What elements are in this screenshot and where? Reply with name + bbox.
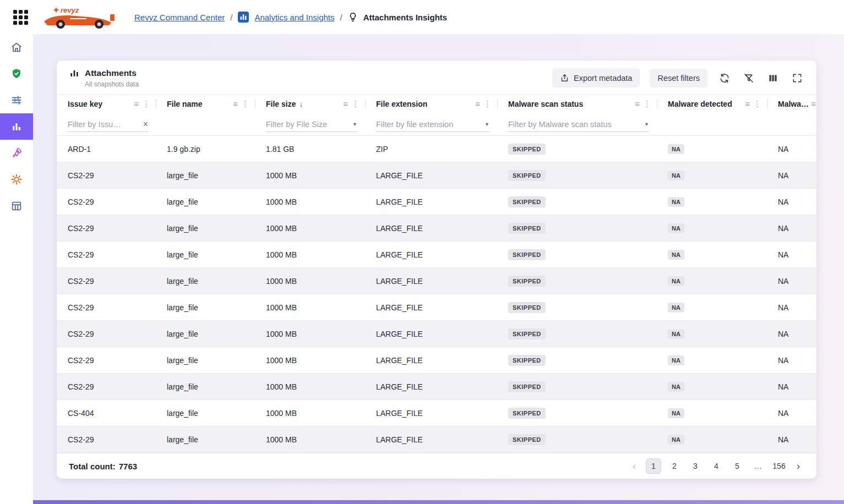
column-filter-lines-icon[interactable]: ≡ [475,99,480,108]
refresh-button[interactable] [717,71,732,85]
filter-input-file-size[interactable]: Filter by File Size▼ [266,119,357,132]
malware-detected-chip: NA [668,250,684,260]
column-header-file-size[interactable]: File size↓≡⋮ [255,95,365,113]
table-row[interactable]: CS2-29large_file1000 MBLARGE_FILESKIPPED… [57,294,816,321]
table-row[interactable]: CS2-29large_file1000 MBLARGE_FILESKIPPED… [57,374,816,400]
column-filter-lines-icon[interactable]: ≡ [134,99,139,108]
column-visibility-button[interactable] [766,71,780,85]
column-header-malware-scan-status[interactable]: Malware scan status≡⋮ [497,95,657,113]
scan-status-badge: SKIPPED [508,302,546,313]
column-label: Malware type [778,100,811,108]
cell-malware-detected: NA [657,268,767,294]
malware-detected-chip: NA [668,303,684,313]
filter-input-issue-key[interactable]: Filter by Issu…× [68,119,148,132]
cell-malware-detected: NA [657,321,767,347]
column-header-issue-key[interactable]: Issue key≡⋮ [57,95,156,113]
breadcrumb-analytics-insights[interactable]: Analytics and Insights [254,13,334,22]
column-header-file-extension[interactable]: File extension≡⋮ [365,95,497,113]
export-metadata-button[interactable]: Export metadata [552,68,640,87]
cell-issue-key: ARD-1 [57,136,156,162]
cell-issue-key: CS2-29 [57,215,156,241]
column-filter-lines-icon[interactable]: ≡ [635,99,640,108]
table-row[interactable]: CS2-29large_file1000 MBLARGE_FILESKIPPED… [57,426,816,453]
column-label: Issue key [68,100,102,108]
cell-malware-type: NA [767,136,816,162]
column-menu-dots-icon[interactable]: ⋮ [753,99,761,109]
filter-cell-file-size[interactable]: Filter by File Size▼ [255,113,365,135]
filter-input-file-extension[interactable]: Filter by file extension▼ [376,119,489,132]
filter-cell-issue-key[interactable]: Filter by Issu…× [57,113,156,135]
page-button-156[interactable]: 156 [771,458,787,474]
cell-malware-scan-status: SKIPPED [497,268,657,294]
table-header-row: Issue key≡⋮File name≡⋮File size↓≡⋮File e… [57,94,816,113]
cell-file-size: 1000 MB [255,268,365,294]
malware-detected-chip: NA [668,355,684,365]
sidebar-item-home[interactable] [0,34,33,61]
app-grid-button[interactable] [9,6,32,29]
column-filter-lines-icon[interactable]: ≡ [811,99,816,108]
table-row[interactable]: CS2-29large_file1000 MBLARGE_FILESKIPPED… [57,242,816,268]
table-row[interactable]: ARD-11.9 gb.zip1.81 GBZIPSKIPPEDNANA [57,136,816,162]
sidebar-item-analytics[interactable] [0,113,33,140]
sort-desc-icon[interactable]: ↓ [299,100,303,108]
column-header-file-name[interactable]: File name≡⋮ [156,95,255,113]
page-button-3[interactable]: 3 [688,458,703,474]
page-button-5[interactable]: 5 [729,458,745,474]
cell-file-name: large_file [156,321,255,347]
sidebar-item-security[interactable] [0,61,33,87]
column-filter-lines-icon[interactable]: ≡ [233,99,238,108]
table-row[interactable]: CS2-29large_file1000 MBLARGE_FILESKIPPED… [57,189,816,215]
sidebar-item-settings[interactable] [0,166,33,193]
sidebar-item-launch[interactable] [0,140,33,166]
clear-filter-toggle-button[interactable] [742,71,756,85]
page-button-1[interactable]: 1 [646,458,661,474]
breadcrumb-command-center[interactable]: Revyz Command Center [134,13,225,22]
table-row[interactable]: CS2-29large_file1000 MBLARGE_FILESKIPPED… [57,268,816,294]
column-filter-lines-icon[interactable]: ≡ [745,99,750,108]
table-row[interactable]: CS-404large_file1000 MBLARGE_FILESKIPPED… [57,400,816,426]
fullscreen-button[interactable] [790,71,804,85]
calendar-table-icon [10,200,23,212]
sidebar-item-schedule[interactable] [0,193,33,219]
table-row[interactable]: CS2-29large_file1000 MBLARGE_FILESKIPPED… [57,321,816,347]
cell-malware-detected: NA [657,242,767,267]
cell-file-name: large_file [156,400,255,426]
table-row[interactable]: CS2-29large_file1000 MBLARGE_FILESKIPPED… [57,162,816,189]
cell-malware-scan-status: SKIPPED [497,426,657,452]
filter-placeholder: Filter by File Size [266,120,349,129]
fullscreen-icon [792,73,803,84]
brand-name: revyz [61,6,79,14]
prev-page-button[interactable]: ‹ [628,460,640,472]
next-page-button[interactable]: › [792,460,804,472]
cell-malware-scan-status: SKIPPED [497,400,657,426]
dropdown-caret-icon[interactable]: ▼ [644,122,649,127]
page-button-4[interactable]: 4 [709,458,724,474]
column-filter-lines-icon[interactable]: ≡ [343,99,348,108]
cell-file-extension: LARGE_FILE [365,426,497,452]
column-header-malware-detected[interactable]: Malware detected≡⋮ [657,95,767,113]
breadcrumb: Revyz Command Center / Analytics and Ins… [134,12,447,23]
filter-cell-malware-scan-status[interactable]: Filter by Malware scan status▼ [497,113,657,135]
reset-filters-button[interactable]: Reset filters [650,69,707,87]
sidebar-item-configuration[interactable] [0,87,33,113]
filter-cell-file-extension[interactable]: Filter by file extension▼ [365,113,497,135]
dropdown-caret-icon[interactable]: ▼ [352,122,357,127]
dropdown-caret-icon[interactable]: ▼ [484,122,489,127]
columns-icon [767,73,778,84]
column-menu-dots-icon[interactable]: ⋮ [483,99,492,109]
column-menu-dots-icon[interactable]: ⋮ [351,99,360,109]
filter-input-malware-scan-status[interactable]: Filter by Malware scan status▼ [508,119,649,132]
clear-filter-icon[interactable]: × [143,120,148,129]
column-header-malware-type[interactable]: Malware type≡⋮ [767,95,816,113]
cell-file-extension: LARGE_FILE [365,321,497,347]
cell-file-size: 1000 MB [255,347,365,373]
scan-status-badge: SKIPPED [508,144,546,155]
page-button-2[interactable]: 2 [667,458,682,474]
table-row[interactable]: CS2-29large_file1000 MBLARGE_FILESKIPPED… [57,347,816,374]
table-row[interactable]: CS2-29large_file1000 MBLARGE_FILESKIPPED… [57,215,816,242]
revyz-logo[interactable]: revyz [40,5,122,29]
column-menu-dots-icon[interactable]: ⋮ [241,99,249,109]
column-menu-dots-icon[interactable]: ⋮ [643,99,651,109]
cell-file-name: large_file [156,426,255,452]
column-menu-dots-icon[interactable]: ⋮ [142,99,150,109]
